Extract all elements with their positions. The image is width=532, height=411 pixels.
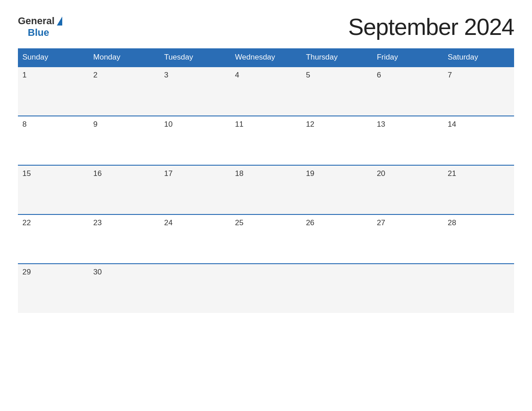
day-number: 25 [235,218,244,227]
calendar-day-cell: 26 [301,214,372,264]
calendar-day-cell [231,264,301,313]
day-number: 9 [93,120,97,128]
calendar-day-cell: 14 [443,116,514,165]
calendar-day-cell [301,264,372,313]
calendar-body: 1234567891011121314151617181920212223242… [18,67,514,313]
logo: General Blue [18,15,62,39]
calendar-day-cell: 1 [18,67,89,116]
calendar-day-cell: 28 [443,214,514,264]
day-number: 20 [377,169,385,178]
calendar-day-cell: 9 [89,116,159,165]
calendar-day-cell: 21 [443,165,514,214]
day-number: 28 [448,218,456,227]
calendar-day-cell: 11 [231,116,301,165]
day-number: 27 [377,218,385,227]
calendar-day-cell: 5 [301,67,372,116]
calendar-week-row: 22232425262728 [18,214,514,264]
calendar-day-cell: 2 [89,67,159,116]
calendar-day-cell: 3 [160,67,231,116]
day-number: 8 [22,120,26,128]
day-number: 26 [306,218,314,227]
day-number: 21 [448,169,456,178]
calendar-day-cell: 12 [301,116,372,165]
day-number: 3 [164,71,168,79]
day-number: 29 [22,268,31,276]
calendar-day-cell: 15 [18,165,89,214]
logo-general-text: General [18,15,62,27]
calendar-day-cell: 18 [231,165,301,214]
header-sunday: Sunday [18,48,89,67]
header-saturday: Saturday [443,48,514,67]
header-thursday: Thursday [301,48,372,67]
day-number: 24 [164,218,173,227]
calendar-week-row: 1234567 [18,67,514,116]
day-number: 7 [448,71,452,79]
header-friday: Friday [372,48,443,67]
day-number: 2 [93,71,97,79]
header-wednesday: Wednesday [231,48,301,67]
header-monday: Monday [89,48,159,67]
calendar-week-row: 891011121314 [18,116,514,165]
day-number: 18 [235,169,244,178]
calendar-day-cell: 27 [372,214,443,264]
day-number: 10 [164,120,173,128]
calendar-day-cell: 30 [89,264,159,313]
calendar-day-cell: 19 [301,165,372,214]
calendar-week-row: 15161718192021 [18,165,514,214]
calendar-day-cell: 4 [231,67,301,116]
calendar-day-cell [372,264,443,313]
page-header: General Blue September 2024 [18,13,514,40]
calendar-day-cell [443,264,514,313]
calendar-day-cell: 25 [231,214,301,264]
calendar-day-cell [160,264,231,313]
month-title: September 2024 [348,13,515,40]
calendar-header: Sunday Monday Tuesday Wednesday Thursday… [18,48,514,67]
calendar-day-cell: 29 [18,264,89,313]
days-of-week-row: Sunday Monday Tuesday Wednesday Thursday… [18,48,514,67]
logo-general-word: General [18,15,55,27]
header-tuesday: Tuesday [160,48,231,67]
logo-triangle-icon [57,17,62,26]
calendar-day-cell: 20 [372,165,443,214]
day-number: 30 [93,268,102,276]
day-number: 1 [22,71,26,79]
day-number: 15 [22,169,31,178]
day-number: 4 [235,71,239,79]
calendar-day-cell: 16 [89,165,159,214]
day-number: 13 [377,120,385,128]
calendar-day-cell: 23 [89,214,159,264]
day-number: 11 [235,120,244,128]
calendar-day-cell: 10 [160,116,231,165]
day-number: 5 [306,71,310,79]
day-number: 23 [93,218,102,227]
calendar-day-cell: 7 [443,67,514,116]
calendar-day-cell: 6 [372,67,443,116]
day-number: 16 [93,169,102,178]
calendar-day-cell: 17 [160,165,231,214]
calendar-week-row: 2930 [18,264,514,313]
calendar-day-cell: 13 [372,116,443,165]
day-number: 6 [377,71,381,79]
day-number: 19 [306,169,314,178]
calendar-day-cell: 8 [18,116,89,165]
calendar-day-cell: 22 [18,214,89,264]
day-number: 22 [22,218,31,227]
day-number: 17 [164,169,173,178]
calendar-table: Sunday Monday Tuesday Wednesday Thursday… [18,48,514,313]
calendar-day-cell: 24 [160,214,231,264]
day-number: 14 [448,120,456,128]
logo-blue-text: Blue [28,27,49,39]
day-number: 12 [306,120,314,128]
